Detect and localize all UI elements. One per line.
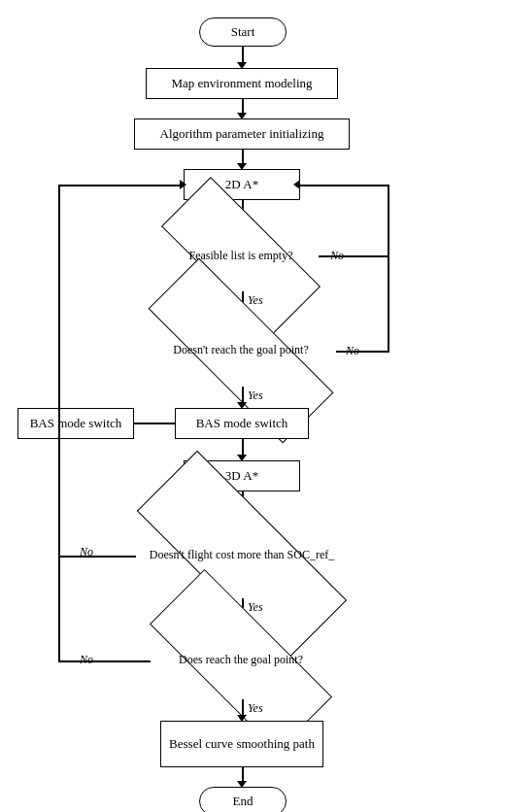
flight-cost-yes-label: Yes xyxy=(248,600,263,615)
bas-left-node: BAS mode switch xyxy=(17,408,134,439)
reach-goal-1-node: Doesn't reach the goal point? xyxy=(146,315,336,387)
flight-cost-node: Doesn't flight cost more than SOC_ref_ xyxy=(136,513,348,598)
map-env-node: Map environment modeling xyxy=(146,68,338,99)
reach-goal-1-yes-label: Yes xyxy=(248,389,263,403)
algo-init-node: Algorithm parameter initializing xyxy=(134,118,350,150)
flowchart-diagram: Start Map environment modeling Algorithm… xyxy=(0,0,507,812)
start-node: Start xyxy=(199,17,287,47)
reach-goal-2-node: Does reach the goal point? xyxy=(151,622,331,699)
reach-goal-2-yes-label: Yes xyxy=(248,701,263,716)
feasible-yes-label: Yes xyxy=(248,293,263,308)
bessel-node: Bessel curve smoothing path xyxy=(160,721,323,767)
bas-center-node: BAS mode switch xyxy=(175,408,309,439)
end-node: End xyxy=(199,787,287,812)
flight-cost-no-label: No xyxy=(80,545,93,559)
